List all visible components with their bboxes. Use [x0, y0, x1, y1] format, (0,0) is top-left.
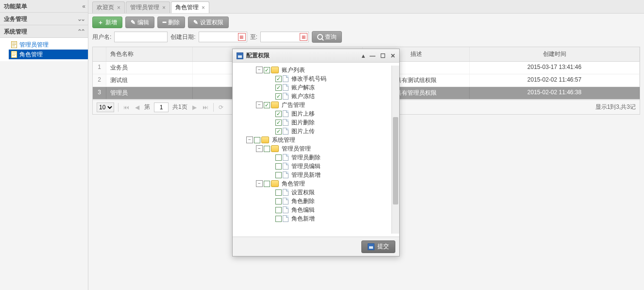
tree-node[interactable]: 角色新增: [237, 214, 389, 223]
dialog-titlebar[interactable]: 配置权限 ▴ — ☐ ✕: [233, 49, 399, 63]
checkbox[interactable]: [275, 189, 282, 196]
col-created[interactable]: 创建时间: [470, 47, 640, 61]
tree-node[interactable]: 管理员新增: [237, 171, 389, 179]
cell-name: 测试组: [106, 74, 193, 86]
checkbox[interactable]: [275, 119, 282, 126]
checkbox[interactable]: [275, 163, 282, 170]
button-label: 新增: [105, 18, 117, 27]
tab-label: 管理员管理: [130, 3, 159, 12]
checkbox[interactable]: [254, 137, 260, 143]
maximize-icon[interactable]: ☐: [380, 52, 386, 59]
tab-admin-mgmt[interactable]: 管理员管理 ×: [126, 1, 170, 13]
checkbox[interactable]: [275, 154, 282, 161]
edit-button[interactable]: ✎编辑: [125, 17, 154, 28]
page-input[interactable]: [154, 102, 169, 112]
tree-label: 角色删除: [291, 197, 315, 205]
checkbox[interactable]: [264, 146, 270, 152]
permission-tree: −账户列表修改手机号码账户解冻账户冻结−广告管理图片上移图片删除图片上传−系统管…: [237, 66, 391, 234]
file-icon: [283, 119, 288, 126]
tree-label: 设置权限: [291, 188, 315, 197]
tree-node[interactable]: −账户列表: [237, 66, 389, 74]
dialog-body: −账户列表修改手机号码账户解冻账户冻结−广告管理图片上移图片删除图片上传−系统管…: [233, 63, 399, 237]
username-input[interactable]: [114, 32, 168, 42]
calendar-icon[interactable]: ▦: [238, 33, 246, 41]
row-index: 1: [93, 62, 106, 74]
calendar-icon[interactable]: ▦: [300, 33, 307, 41]
tree-node[interactable]: −广告管理: [237, 101, 389, 109]
scrollbar[interactable]: [391, 66, 399, 234]
tree-node[interactable]: 图片删除: [237, 118, 389, 127]
prev-page-button[interactable]: ◀: [134, 104, 140, 111]
close-icon[interactable]: ×: [162, 4, 166, 11]
tree-node[interactable]: −管理员管理: [237, 144, 389, 153]
pencil-icon: ✎: [131, 19, 136, 26]
tree-node[interactable]: 修改手机号码: [237, 74, 389, 83]
tree-node[interactable]: 图片上移: [237, 109, 389, 118]
close-icon[interactable]: ✕: [390, 52, 395, 59]
close-icon[interactable]: ×: [202, 4, 205, 11]
collapse-sidebar-icon[interactable]: «: [82, 0, 84, 13]
tree-node[interactable]: −系统管理: [237, 136, 389, 144]
tab-label: 角色管理: [175, 3, 199, 12]
tree-node[interactable]: 账户解冻: [237, 83, 389, 92]
checkbox[interactable]: [275, 111, 282, 117]
checkbox[interactable]: [275, 85, 282, 91]
expand-toggle-icon[interactable]: −: [256, 102, 263, 108]
submit-button[interactable]: 提交: [361, 240, 395, 253]
expand-toggle-icon[interactable]: −: [256, 67, 263, 73]
expand-toggle-icon[interactable]: −: [256, 180, 263, 187]
tree-node[interactable]: 图片上传: [237, 127, 389, 136]
tree-label: 角色新增: [291, 215, 315, 223]
tree-node[interactable]: 管理员删除: [237, 153, 389, 162]
checkbox[interactable]: [275, 76, 282, 82]
document-icon: [11, 41, 17, 48]
expand-toggle-icon[interactable]: −: [256, 145, 263, 152]
minimize-icon[interactable]: —: [370, 52, 375, 59]
next-page-button[interactable]: ▶: [191, 104, 198, 111]
add-button[interactable]: ＋新增: [92, 17, 122, 28]
checkbox[interactable]: [275, 198, 282, 205]
tree-node[interactable]: 设置权限: [237, 188, 389, 197]
sidebar-item-admin-mgmt[interactable]: 管理员管理: [9, 40, 88, 50]
tree-label: 账户解冻: [291, 84, 315, 92]
checkbox[interactable]: [275, 172, 282, 178]
expand-toggle-icon[interactable]: −: [246, 136, 253, 143]
tree-node[interactable]: 账户冻结: [237, 92, 389, 101]
last-page-button[interactable]: ⏭: [202, 104, 209, 111]
sidebar-title: 功能菜单 «: [0, 0, 88, 13]
sidebar-item-label: 角色管理: [19, 50, 43, 59]
tree-node[interactable]: −角色管理: [237, 179, 389, 188]
tab-role-mgmt[interactable]: 角色管理 ×: [171, 1, 209, 13]
button-label: 删除: [168, 18, 180, 27]
checkbox[interactable]: [275, 128, 282, 135]
checkbox[interactable]: [264, 102, 270, 108]
checkbox[interactable]: [275, 207, 282, 213]
scroll-thumb[interactable]: [393, 117, 398, 205]
search-button[interactable]: 查询: [312, 31, 342, 43]
svg-rect-5: [12, 52, 16, 53]
cell-name: 管理员: [106, 87, 193, 99]
tab-welcome[interactable]: 欢迎页 ×: [92, 1, 125, 13]
cell-name: 业务员: [106, 62, 193, 74]
delete-button[interactable]: ━删除: [157, 17, 185, 28]
col-name[interactable]: 角色名称: [106, 47, 193, 61]
collapse-icon[interactable]: ▴: [362, 52, 365, 59]
tree-node[interactable]: 管理员编辑: [237, 162, 389, 171]
checkbox[interactable]: [264, 181, 270, 187]
close-icon[interactable]: ×: [117, 4, 120, 11]
sidebar-group-system[interactable]: 系统管理 ⌃⌃: [0, 25, 88, 38]
tree-node[interactable]: 角色编辑: [237, 205, 389, 214]
tree-label: 管理员删除: [291, 154, 321, 162]
sidebar-group-business[interactable]: 业务管理 ⌄⌄: [0, 13, 88, 25]
col-index: [93, 47, 106, 61]
folder-icon: [271, 102, 279, 108]
checkbox[interactable]: [275, 216, 282, 222]
refresh-button[interactable]: ⟳: [218, 104, 224, 111]
set-permission-button[interactable]: ✎设置权限: [188, 17, 229, 28]
first-page-button[interactable]: ⏮: [122, 104, 130, 111]
checkbox[interactable]: [264, 67, 270, 73]
checkbox[interactable]: [275, 93, 282, 100]
page-size-select[interactable]: 10: [97, 102, 114, 112]
sidebar-item-role-mgmt[interactable]: 角色管理: [9, 50, 88, 59]
tree-node[interactable]: 角色删除: [237, 197, 389, 205]
